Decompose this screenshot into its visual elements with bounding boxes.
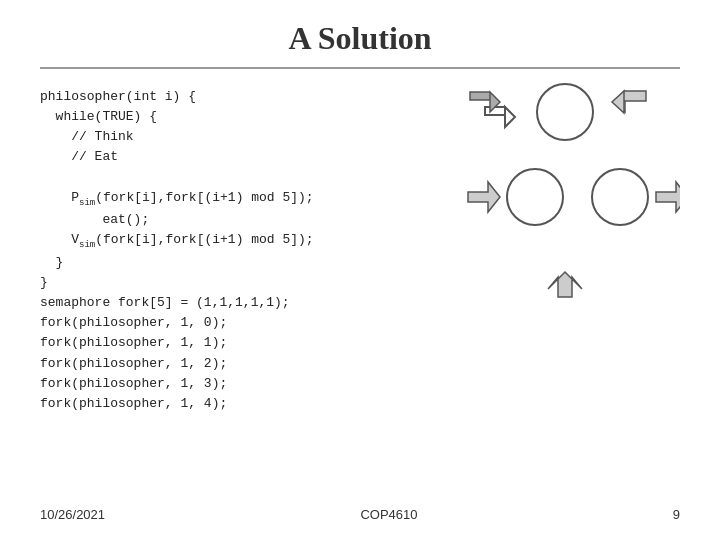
footer-course: COP4610 bbox=[360, 507, 417, 522]
svg-marker-4 bbox=[612, 91, 646, 113]
svg-marker-9 bbox=[548, 272, 582, 297]
slide: A Solution philosopher(int i) { while(TR… bbox=[0, 0, 720, 540]
diagram-area bbox=[450, 77, 680, 337]
divider bbox=[40, 67, 680, 69]
svg-marker-8 bbox=[656, 182, 680, 212]
svg-point-6 bbox=[507, 169, 563, 225]
slide-title: A Solution bbox=[40, 20, 680, 57]
code-block: philosopher(int i) { while(TRUE) { // Th… bbox=[40, 87, 450, 414]
svg-point-2 bbox=[537, 84, 593, 140]
footer-date: 10/26/2021 bbox=[40, 507, 105, 522]
svg-point-7 bbox=[592, 169, 648, 225]
philosophers-diagram bbox=[450, 77, 680, 337]
footer-page: 9 bbox=[673, 507, 680, 522]
content-area: philosopher(int i) { while(TRUE) { // Th… bbox=[40, 87, 680, 414]
svg-marker-5 bbox=[468, 182, 500, 212]
footer: 10/26/2021 COP4610 9 bbox=[40, 507, 680, 522]
